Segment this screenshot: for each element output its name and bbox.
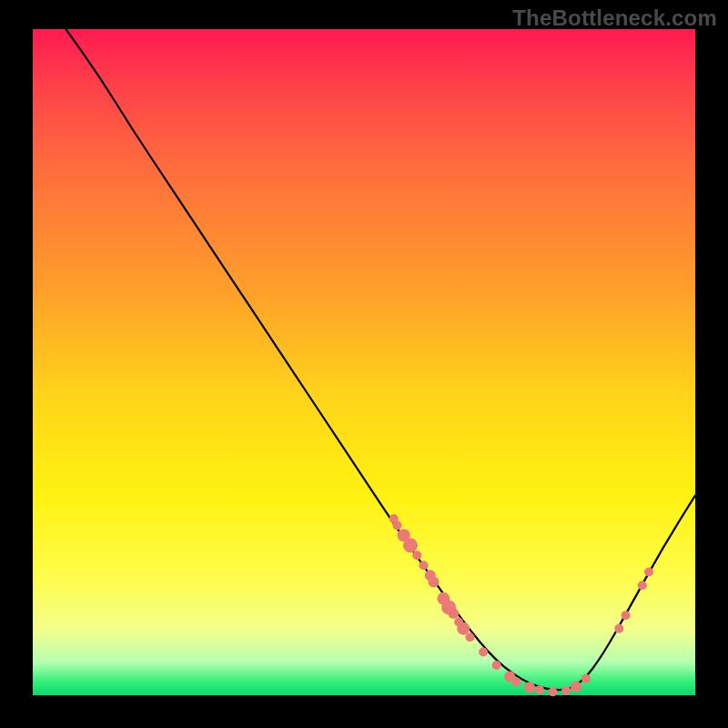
marker-dot xyxy=(561,686,571,695)
marker-dot xyxy=(638,581,647,590)
marker-dot xyxy=(412,551,421,560)
marker-dot xyxy=(403,538,418,552)
marker-dot xyxy=(511,677,521,686)
marker-dot xyxy=(457,622,470,635)
marker-dot xyxy=(465,632,474,642)
marker-dot xyxy=(644,568,653,577)
marker-dot xyxy=(392,521,401,530)
marker-dot xyxy=(479,647,488,656)
chart-svg xyxy=(0,0,728,728)
marker-dot xyxy=(614,624,623,633)
bottleneck-curve xyxy=(66,29,695,690)
marker-dot xyxy=(428,577,439,588)
marker-dot xyxy=(420,561,429,570)
marker-dot xyxy=(581,674,591,683)
marker-dot xyxy=(571,681,581,692)
marker-dot xyxy=(622,611,631,620)
marker-dot xyxy=(524,682,535,693)
marker-dot xyxy=(548,687,557,696)
marker-dot xyxy=(535,685,544,694)
marker-dot xyxy=(448,608,459,619)
marker-dot xyxy=(492,661,501,670)
